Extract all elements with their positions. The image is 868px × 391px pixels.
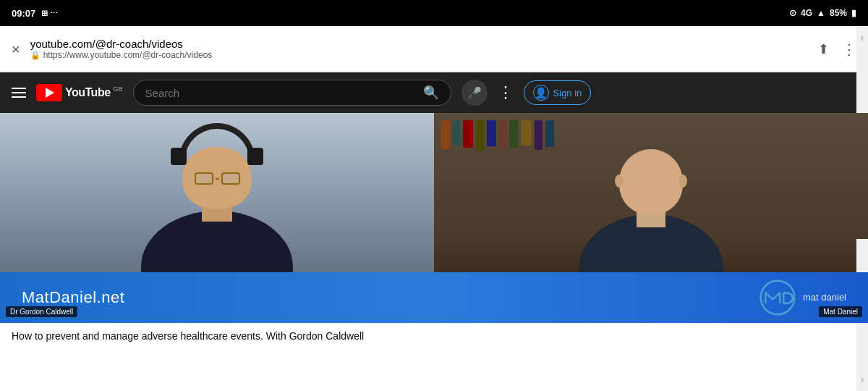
mic-button[interactable]: 🎤 bbox=[461, 80, 488, 106]
battery-label: 85% bbox=[830, 8, 847, 18]
left-person-name-label: Dr Gordon Caldwell bbox=[6, 306, 77, 317]
youtube-header: YouTube GB 🔍 🎤 ⋮ 👤 Sign in bbox=[0, 72, 868, 113]
status-right: ⊙ 4G ▲ 85% ▮ bbox=[789, 8, 856, 18]
banner-logo-text: mat daniel bbox=[803, 292, 846, 304]
sign-in-label: Sign in bbox=[553, 88, 582, 98]
time-display: 09:07 bbox=[12, 8, 35, 19]
scroll-down-arrow[interactable]: › bbox=[861, 374, 864, 385]
address-full: 🔒 https://www.youtube.com/@dr-coach/vide… bbox=[30, 50, 808, 60]
status-bar: 09:07 ⊞ ⋯ ⊙ 4G ▲ 85% ▮ bbox=[0, 0, 868, 26]
search-button[interactable]: 🔍 bbox=[423, 85, 439, 101]
youtube-region-label: GB bbox=[114, 85, 123, 93]
video-frame: Dr Gordon Caldwell bbox=[0, 113, 868, 323]
network-label: 4G bbox=[801, 8, 812, 18]
battery-icon: ▮ bbox=[851, 8, 856, 18]
banner-text: MatDaniel.net bbox=[22, 288, 124, 307]
status-left: 09:07 ⊞ ⋯ bbox=[12, 8, 58, 19]
signal-icons: ⊞ ⋯ bbox=[41, 9, 58, 18]
video-container[interactable]: Dr Gordon Caldwell bbox=[0, 113, 868, 323]
sign-in-button[interactable]: 👤 Sign in bbox=[524, 80, 592, 105]
right-person-name-label: Mat Daniel bbox=[819, 306, 862, 317]
youtube-more-menu-button[interactable]: ⋮ bbox=[498, 83, 514, 102]
address-block[interactable]: youtube.com/@dr-coach/videos 🔒 https://w… bbox=[30, 38, 808, 60]
video-title: How to prevent and manage adverse health… bbox=[12, 330, 364, 342]
browser-bar: × youtube.com/@dr-coach/videos 🔒 https:/… bbox=[0, 26, 868, 72]
md-logo-icon bbox=[760, 279, 796, 316]
sign-in-icon: 👤 bbox=[533, 85, 549, 101]
hamburger-menu-button[interactable] bbox=[12, 88, 26, 98]
youtube-logo[interactable]: YouTube GB bbox=[36, 84, 123, 101]
scroll-up-arrow[interactable]: ‹ bbox=[861, 32, 864, 43]
browser-menu-button[interactable]: ⋮ bbox=[842, 41, 856, 58]
address-short: youtube.com/@dr-coach/videos bbox=[30, 38, 808, 50]
video-banner: MatDaniel.net mat daniel bbox=[0, 272, 868, 323]
search-input[interactable] bbox=[145, 87, 423, 99]
lock-icon: 🔒 bbox=[30, 51, 41, 60]
wifi-icon: ⊙ bbox=[789, 8, 796, 18]
browser-actions: ⬆ ⋮ bbox=[818, 41, 856, 58]
signal-bars: ▲ bbox=[817, 8, 825, 18]
youtube-logo-icon bbox=[36, 84, 62, 101]
close-tab-button[interactable]: × bbox=[12, 42, 20, 56]
search-bar[interactable]: 🔍 bbox=[133, 80, 451, 106]
share-button[interactable]: ⬆ bbox=[818, 41, 829, 57]
video-title-bar: How to prevent and manage adverse health… bbox=[0, 323, 868, 348]
youtube-logo-text: YouTube bbox=[65, 86, 111, 99]
